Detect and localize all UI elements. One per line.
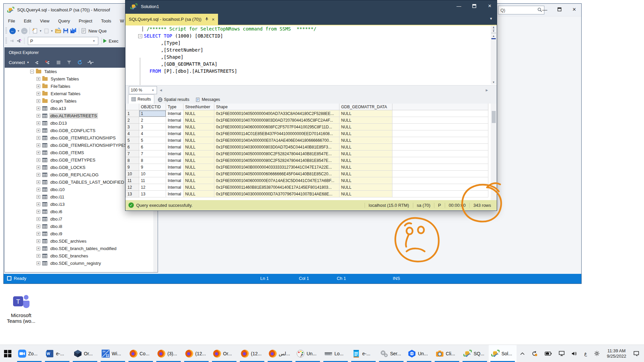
expand-icon[interactable]: +	[37, 143, 40, 147]
tray-sync-icon[interactable]	[532, 351, 538, 357]
grid-cell[interactable]: Internal	[166, 124, 183, 130]
expand-icon[interactable]: +	[37, 173, 40, 177]
grid-cell[interactable]: Internal	[166, 150, 183, 157]
taskbar-item-disk[interactable]: Lo...	[322, 345, 350, 362]
start-button[interactable]	[0, 345, 15, 362]
disconnect-plug-icon[interactable]	[45, 59, 51, 65]
grid-cell[interactable]: 11	[126, 177, 139, 184]
grid-cell[interactable]: NULL	[339, 164, 392, 171]
menu-edit[interactable]: Edit	[19, 18, 36, 23]
grid-cell[interactable]: 0x1F6E000001040300000000D7A3707967044100…	[214, 191, 339, 197]
tray-clock[interactable]: 11:39 AM 9/25/2022	[607, 348, 626, 359]
grid-cell[interactable]: 0x1F6E000001040500000080C2F5282478044140…	[214, 157, 339, 164]
expand-icon[interactable]: +	[37, 166, 40, 169]
grid-cell[interactable]: NULL	[339, 144, 392, 150]
execute-icon[interactable]	[103, 39, 107, 43]
grid-cell[interactable]: 1	[126, 110, 139, 117]
code-line[interactable]: ,[GDB_GEOMATTR_DATA]	[125, 61, 497, 68]
navigate-back-button[interactable]: ←	[9, 27, 16, 35]
grid-cell[interactable]: NULL	[183, 137, 214, 144]
new-item-dropdown-icon[interactable]: ▼	[51, 29, 53, 33]
grid-cell[interactable]: Internal	[166, 177, 183, 184]
taskbar-item-ssms[interactable]: SQ...	[461, 345, 489, 362]
action-center-icon[interactable]	[633, 351, 639, 356]
expand-icon[interactable]: +	[37, 77, 40, 81]
code-line[interactable]: /****** Script for SelectTopNRows comman…	[125, 25, 497, 33]
taskbar-item-firefox[interactable]: (12...	[182, 345, 210, 362]
grid-cell[interactable]: NULL	[183, 130, 214, 137]
expand-icon[interactable]: +	[37, 239, 40, 243]
connect-icon-disabled[interactable]	[9, 37, 15, 45]
taskbar-item-arcgis[interactable]: Un...	[405, 345, 433, 362]
code-line[interactable]: FROM [P].[dbo].[ALTIRAHSTREETS]	[125, 68, 497, 75]
grid-cell[interactable]: 2	[126, 117, 139, 124]
tree-item-dbo.SDE_column_registry[interactable]: +dbo.SDE_column_registry	[5, 259, 153, 267]
navigate-forward-button[interactable]: →	[20, 27, 28, 35]
code-line[interactable]: ,[Type]	[125, 40, 497, 47]
grid-row[interactable]: 33InternalNULL0x1F6E0000010406000000608F…	[126, 124, 488, 130]
filter-icon[interactable]	[66, 59, 72, 65]
close-button[interactable]: ×	[484, 1, 495, 11]
zoom-dropdown[interactable]: 100 % ▼	[129, 86, 157, 94]
minimize-button[interactable]: —	[453, 1, 465, 11]
splitter-handle[interactable]: ▲━▼	[491, 25, 496, 33]
grid-row[interactable]: 44InternalNULL0x1F6E00000114C01E85EB437F…	[126, 130, 488, 137]
grid-cell[interactable]: NULL	[339, 137, 392, 144]
expand-icon[interactable]: +	[37, 121, 40, 125]
pin-icon[interactable]	[205, 17, 209, 22]
taskbar-item-ssms[interactable]: Sol...	[489, 345, 517, 362]
taskbar-item-zoom[interactable]: Zo...	[15, 345, 43, 362]
editor-vertical-scrollbar[interactable]: ▲━▼ ▲ ▼	[491, 25, 496, 84]
expand-icon[interactable]: +	[37, 195, 40, 199]
grid-cell[interactable]: 13	[139, 191, 166, 197]
grid-cell[interactable]: Internal	[166, 164, 183, 171]
tree-item-dbo.i8[interactable]: +dbo.i8	[5, 223, 153, 230]
taskbar-item-firefox[interactable]: (3)...	[155, 345, 182, 362]
grid-cell[interactable]: NULL	[183, 177, 214, 184]
grid-cell[interactable]: 5	[139, 137, 166, 144]
expand-icon[interactable]: +	[37, 151, 40, 155]
grid-cell[interactable]: 4	[139, 130, 166, 137]
grid-cell[interactable]: Internal	[166, 184, 183, 191]
grid-column-header[interactable]: OBJECTID	[139, 104, 166, 110]
expand-icon[interactable]: +	[37, 92, 40, 96]
grid-cell[interactable]: 0x1F6E0000010403000000803D0AD7D45C044140…	[214, 144, 339, 150]
menu-tools[interactable]: Tools	[97, 18, 115, 23]
hscroll-right-icon[interactable]: ▶	[486, 88, 488, 92]
grid-cell[interactable]: 8	[126, 157, 139, 164]
grid-cell[interactable]: Internal	[166, 144, 183, 150]
grid-cell[interactable]: NULL	[183, 184, 214, 191]
grid-cell[interactable]: 2	[139, 117, 166, 124]
sql-editor[interactable]: /****** Script for SelectTopNRows comman…	[125, 25, 497, 85]
tray-volume-icon[interactable]	[572, 351, 577, 356]
expand-icon[interactable]: +	[37, 217, 40, 221]
grid-cell[interactable]: NULL	[183, 110, 214, 117]
grid-cell[interactable]: 3	[139, 124, 166, 130]
grid-cell[interactable]: Internal	[166, 191, 183, 197]
expand-icon[interactable]: +	[37, 99, 40, 103]
expand-icon[interactable]: +	[37, 210, 40, 214]
grid-cell[interactable]: 5	[126, 137, 139, 144]
grid-cell[interactable]: 11	[139, 177, 166, 184]
grid-column-header[interactable]: GDB_GEOMATTR_DATA	[339, 104, 392, 110]
grid-row[interactable]: 88InternalNULL0x1F6E000001040500000080C2…	[126, 157, 488, 164]
grid-cell[interactable]: 4	[126, 130, 139, 137]
grid-cell[interactable]: 1	[139, 110, 166, 117]
grid-cell[interactable]: 13	[126, 191, 139, 197]
grid-cell[interactable]: 12	[126, 184, 139, 191]
grid-cell[interactable]: NULL	[183, 191, 214, 197]
grid-row[interactable]: 66InternalNULL0x1F6E0000010403000000803D…	[126, 144, 488, 150]
connect-button[interactable]: Connect ▼	[9, 60, 29, 65]
grid-column-header[interactable]	[126, 104, 139, 110]
grid-vertical-scrollbar[interactable]	[491, 104, 497, 200]
close-tab-icon[interactable]: ×	[212, 17, 215, 22]
grid-cell[interactable]: 0x1F6E0000010406000000E07A14AE3C5D0441C0…	[214, 177, 339, 184]
grid-cell[interactable]: 6	[139, 144, 166, 150]
taskbar-item-firefox[interactable]: Or...	[210, 345, 238, 362]
expand-icon[interactable]: +	[37, 84, 40, 88]
quick-launch-search[interactable]: Q)	[498, 6, 544, 14]
toolbar-grip[interactable]	[5, 38, 7, 44]
tray-language-indicator[interactable]: ع	[584, 351, 587, 356]
taskbar-item-services[interactable]: Ser...	[377, 345, 405, 362]
taskbar-item-firefox[interactable]: لس...	[266, 345, 294, 362]
